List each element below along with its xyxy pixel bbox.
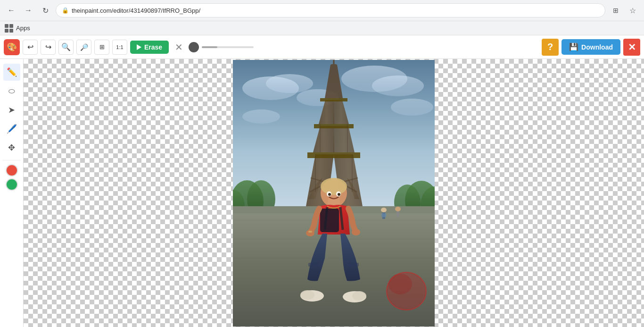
zoom-in-button[interactable]: 🔍 bbox=[58, 40, 74, 55]
brush-size-control bbox=[189, 42, 254, 52]
redo-icon: ↪ bbox=[45, 42, 51, 51]
download-button[interactable]: 💾 Download bbox=[561, 39, 620, 55]
browser-extension-btn[interactable]: ⊞ bbox=[609, 4, 622, 17]
zoom-actual-button[interactable]: 1:1 bbox=[112, 40, 127, 55]
logo-button[interactable]: 🎨 bbox=[4, 39, 20, 55]
erase-label: Erase bbox=[144, 43, 162, 51]
logo-icon: 🎨 bbox=[7, 42, 17, 52]
brush-slider-fill bbox=[202, 46, 217, 48]
svg-point-7 bbox=[391, 99, 433, 116]
cancel-button[interactable]: ✕ bbox=[172, 40, 186, 54]
canvas-background bbox=[24, 59, 644, 327]
svg-point-4 bbox=[372, 75, 424, 96]
svg-point-63 bbox=[328, 193, 331, 196]
url-text: theinpaint.com/editor/431490897/IfRRO_BG… bbox=[72, 7, 200, 14]
move-icon: ✥ bbox=[8, 143, 15, 153]
brush-icon: ✏️ bbox=[7, 67, 17, 77]
browser-chrome: ← → ↻ 🔒 theinpaint.com/editor/431490897/… bbox=[0, 0, 644, 35]
color-green-button[interactable] bbox=[6, 178, 18, 191]
svg-rect-49 bbox=[320, 209, 339, 232]
play-icon bbox=[137, 44, 141, 50]
close-icon: ✕ bbox=[628, 42, 636, 53]
left-toolbar: ✏️ ⬭ ➤ 🖊️ ✥ bbox=[0, 59, 24, 327]
svg-point-6 bbox=[242, 109, 280, 124]
svg-point-2 bbox=[266, 74, 313, 93]
svg-point-60 bbox=[388, 274, 412, 294]
arrow-icon: ➤ bbox=[8, 105, 15, 115]
svg-point-56 bbox=[300, 290, 314, 300]
svg-point-40 bbox=[381, 208, 387, 212]
svg-point-43 bbox=[395, 207, 401, 211]
refresh-button[interactable]: ↻ bbox=[39, 4, 52, 17]
brush-size-dot bbox=[189, 42, 199, 52]
browser-nav-bar: ← → ↻ 🔒 theinpaint.com/editor/431490897/… bbox=[0, 0, 644, 21]
zoom-fit-icon: ⊞ bbox=[99, 43, 105, 50]
bookmarks-bar: Apps bbox=[0, 21, 644, 35]
canvas-area bbox=[24, 59, 644, 327]
bookmark-btn[interactable]: ☆ bbox=[626, 4, 639, 17]
svg-rect-20 bbox=[320, 98, 347, 101]
brush-tool-button[interactable]: ✏️ bbox=[3, 64, 20, 81]
zoom-fit-button[interactable]: ⊞ bbox=[94, 40, 109, 55]
back-button[interactable]: ← bbox=[5, 4, 18, 17]
lasso-icon: ⬭ bbox=[8, 87, 15, 95]
zoom-in-icon: 🔍 bbox=[61, 42, 71, 51]
zoom-out-button[interactable]: 🔎 bbox=[76, 40, 91, 55]
image-container[interactable] bbox=[233, 60, 435, 327]
lock-icon: 🔒 bbox=[62, 7, 69, 14]
undo-button[interactable]: ↩ bbox=[23, 40, 38, 55]
svg-rect-53 bbox=[308, 263, 319, 267]
close-button[interactable]: ✕ bbox=[623, 39, 640, 56]
svg-point-46 bbox=[321, 178, 347, 195]
svg-rect-51 bbox=[308, 231, 312, 233]
address-bar[interactable]: 🔒 theinpaint.com/editor/431490897/IfRRO_… bbox=[56, 3, 605, 17]
brush-slider-track[interactable] bbox=[202, 46, 254, 48]
svg-rect-44 bbox=[396, 211, 399, 217]
marker-icon: 🖊️ bbox=[7, 124, 17, 134]
forward-button[interactable]: → bbox=[22, 4, 35, 17]
svg-rect-42 bbox=[381, 213, 386, 217]
editor-toolbar: 🎨 ↩ ↪ 🔍 🔎 ⊞ 1:1 Erase ✕ ? 💾 Download bbox=[0, 35, 644, 59]
svg-point-58 bbox=[352, 291, 366, 301]
color-red-button[interactable] bbox=[6, 164, 18, 176]
help-button[interactable]: ? bbox=[542, 39, 559, 56]
erase-button[interactable]: Erase bbox=[130, 41, 169, 54]
marker-tool-button[interactable]: 🖊️ bbox=[3, 120, 20, 137]
apps-grid-icon bbox=[5, 24, 13, 33]
zoom-out-icon: 🔎 bbox=[80, 43, 88, 51]
tool-divider bbox=[2, 160, 21, 160]
arrow-tool-button[interactable]: ➤ bbox=[3, 101, 20, 118]
svg-rect-54 bbox=[348, 263, 359, 267]
redo-button[interactable]: ↪ bbox=[41, 40, 56, 55]
help-icon: ? bbox=[547, 42, 553, 52]
download-label: Download bbox=[581, 43, 613, 51]
lasso-tool-button[interactable]: ⬭ bbox=[3, 83, 20, 100]
apps-label: Apps bbox=[16, 25, 30, 32]
move-tool-button[interactable]: ✥ bbox=[3, 139, 20, 156]
undo-icon: ↩ bbox=[27, 42, 33, 51]
photo-svg bbox=[233, 60, 435, 327]
cancel-icon: ✕ bbox=[175, 42, 183, 53]
editor-main: ✏️ ⬭ ➤ 🖊️ ✥ bbox=[0, 59, 644, 327]
svg-point-52 bbox=[352, 229, 360, 235]
svg-point-64 bbox=[338, 193, 340, 196]
zoom-actual-icon: 1:1 bbox=[116, 44, 123, 50]
download-icon: 💾 bbox=[569, 42, 578, 51]
